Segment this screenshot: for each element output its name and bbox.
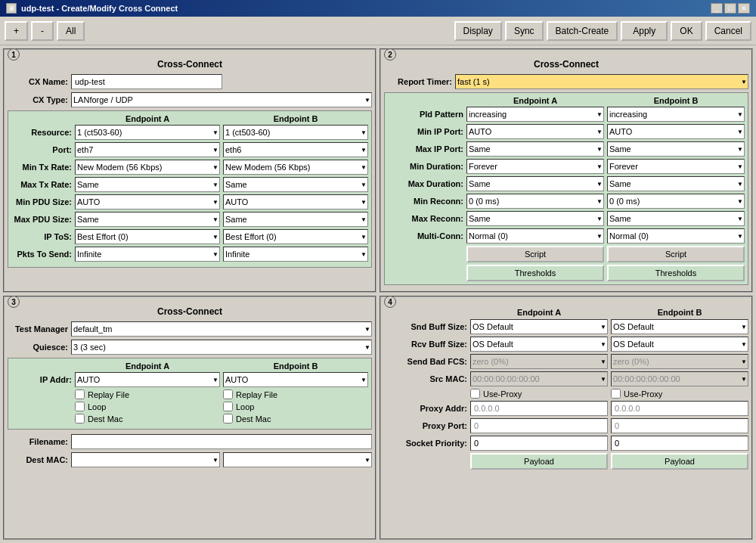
panel2-header-row: Endpoint A Endpoint B	[388, 96, 745, 105]
dest-mac-a-checkbox[interactable]	[75, 414, 85, 424]
max-ip-a-select[interactable]: Same	[466, 141, 604, 157]
resource-a-select[interactable]: 1 (ct503-60)	[75, 125, 220, 140]
dest-mac-a-field-wrap	[71, 452, 220, 467]
loop-a-checkbox[interactable]	[75, 402, 85, 411]
report-timer-select[interactable]: fast (1 s)	[455, 74, 748, 89]
cx-type-select[interactable]: LANforge / UDP	[71, 92, 372, 107]
payload-b-button[interactable]: Payload	[611, 453, 748, 470]
close-button[interactable]: ✕	[738, 3, 750, 14]
thresholds-b-button[interactable]: Thresholds	[607, 265, 745, 281]
thresholds-a-button[interactable]: Thresholds	[466, 265, 604, 281]
socket-priority-b-input[interactable]	[611, 436, 748, 451]
payload-a-button[interactable]: Payload	[470, 453, 608, 470]
use-proxy-b-checkbox[interactable]	[611, 389, 621, 399]
script-row: Script Script	[388, 246, 745, 262]
min-dur-a-select[interactable]: Forever	[466, 159, 604, 174]
replay-a-checkbox[interactable]	[75, 389, 85, 399]
sync-button[interactable]: Sync	[505, 21, 544, 41]
max-ip-b-select[interactable]: Same	[607, 141, 745, 157]
ok-button[interactable]: OK	[671, 21, 702, 41]
title-bar: 🖥 udp-test - Create/Modify Cross Connect…	[0, 0, 756, 17]
quiesce-select[interactable]: 3 (3 sec)	[71, 340, 372, 355]
ip-tos-a-select[interactable]: Best Effort (0)	[75, 229, 220, 244]
panel3-ep-b-header: Endpoint B	[223, 361, 368, 371]
max-reconn-a-select[interactable]: Same	[466, 211, 604, 226]
max-tx-a-select[interactable]: Same	[75, 177, 220, 192]
snd-a-select[interactable]: OS Default	[470, 319, 608, 334]
dest-mac-b-row: Dest Mac	[223, 414, 368, 424]
dest-mac-a-field-select[interactable]	[71, 452, 220, 467]
max-pdu-a-wrap: Same	[75, 212, 220, 227]
use-proxy-a-checkbox[interactable]	[470, 389, 480, 399]
pkts-b-select[interactable]: Infinite	[223, 247, 368, 262]
min-dur-b-select[interactable]: Forever	[607, 159, 745, 174]
bad-fcs-a-select[interactable]: zero (0%)	[470, 354, 608, 369]
proxy-addr-b-input[interactable]	[611, 401, 748, 416]
min-pdu-b-select[interactable]: AUTO	[223, 194, 368, 209]
pld-a-select[interactable]: increasing	[466, 107, 604, 122]
ip-b-wrap: AUTO	[223, 372, 368, 387]
script-a-button[interactable]: Script	[466, 246, 604, 262]
dest-mac-b-field-select[interactable]	[223, 452, 372, 467]
cancel-button[interactable]: Cancel	[705, 21, 751, 41]
display-button[interactable]: Display	[454, 21, 502, 41]
min-duration-row: Min Duration: Forever Forever	[388, 159, 745, 174]
min-tx-b-select[interactable]: New Modem (56 Kbps)	[223, 160, 368, 175]
minimize-button[interactable]: _	[711, 3, 723, 14]
proxy-addr-a-input[interactable]	[470, 401, 608, 416]
bad-fcs-b-select[interactable]: zero (0%)	[611, 354, 748, 369]
script-b-button[interactable]: Script	[607, 246, 745, 262]
pld-label: Pld Pattern	[388, 110, 463, 119]
max-reconn-b-select[interactable]: Same	[607, 211, 745, 226]
rcv-a-select[interactable]: OS Default	[470, 337, 608, 352]
pkts-a-select[interactable]: Infinite	[75, 247, 220, 262]
proxy-port-a-input[interactable]	[470, 418, 608, 433]
multi-conn-b-select[interactable]: Normal (0)	[607, 228, 745, 244]
test-manager-select[interactable]: default_tm	[71, 321, 372, 337]
port-b-wrap: eth6	[223, 142, 368, 157]
max-pdu-b-select[interactable]: Same	[223, 212, 368, 227]
min-pdu-a-select[interactable]: AUTO	[75, 194, 220, 209]
loop-b-row: Loop	[223, 402, 368, 411]
port-a-select[interactable]: eth7	[75, 142, 220, 157]
filename-input[interactable]	[71, 434, 372, 449]
proxy-port-b-input[interactable]	[611, 418, 748, 433]
min-pdu-b-wrap: AUTO	[223, 194, 368, 209]
cx-name-input[interactable]	[71, 74, 222, 89]
apply-button[interactable]: Apply	[621, 21, 668, 41]
snd-buff-label: Snd Buff Size:	[384, 322, 467, 331]
min-tx-a-select[interactable]: New Modem (56 Kbps)	[75, 160, 220, 175]
pld-b-select[interactable]: increasing	[607, 107, 745, 122]
add-button[interactable]: +	[5, 21, 28, 41]
ip-tos-b-select[interactable]: Best Effort (0)	[223, 229, 368, 244]
src-mac-a-select[interactable]: 00:00:00:00:00:00	[470, 371, 608, 386]
resource-b-select[interactable]: 1 (ct503-60)	[223, 125, 368, 140]
max-dur-a-select[interactable]: Same	[466, 176, 604, 191]
maximize-button[interactable]: □	[724, 3, 736, 14]
multi-conn-a-select[interactable]: Normal (0)	[466, 228, 604, 244]
max-tx-b-select[interactable]: Same	[223, 177, 368, 192]
remove-button[interactable]: -	[31, 21, 54, 41]
min-reconn-b-select[interactable]: 0 (0 ms)	[607, 194, 745, 209]
dest-mac-b-checkbox[interactable]	[223, 414, 233, 424]
rcv-b-select[interactable]: OS Default	[611, 337, 748, 352]
ip-a-select[interactable]: AUTO	[75, 372, 220, 387]
batch-create-button[interactable]: Batch-Create	[547, 21, 618, 41]
src-mac-b-select[interactable]: 00:00:00:00:00:00	[611, 371, 748, 386]
replay-b-checkbox[interactable]	[223, 389, 233, 399]
min-reconn-a-select[interactable]: 0 (0 ms)	[466, 194, 604, 209]
cx-name-row: CX Name:	[8, 74, 372, 89]
socket-priority-a-input[interactable]	[470, 436, 608, 451]
min-ip-b-select[interactable]: AUTO	[607, 124, 745, 139]
max-dur-b-select[interactable]: Same	[607, 176, 745, 191]
loop-a-label: Loop	[88, 402, 106, 411]
max-pdu-b-wrap: Same	[223, 212, 368, 227]
loop-b-checkbox[interactable]	[223, 402, 233, 411]
max-pdu-a-select[interactable]: Same	[75, 212, 220, 227]
all-button[interactable]: All	[57, 21, 85, 41]
ip-b-select[interactable]: AUTO	[223, 372, 368, 387]
snd-b-select[interactable]: OS Default	[611, 319, 748, 334]
proxy-port-row: Proxy Port:	[384, 418, 748, 433]
port-b-select[interactable]: eth6	[223, 142, 368, 157]
min-ip-a-select[interactable]: AUTO	[466, 124, 604, 139]
